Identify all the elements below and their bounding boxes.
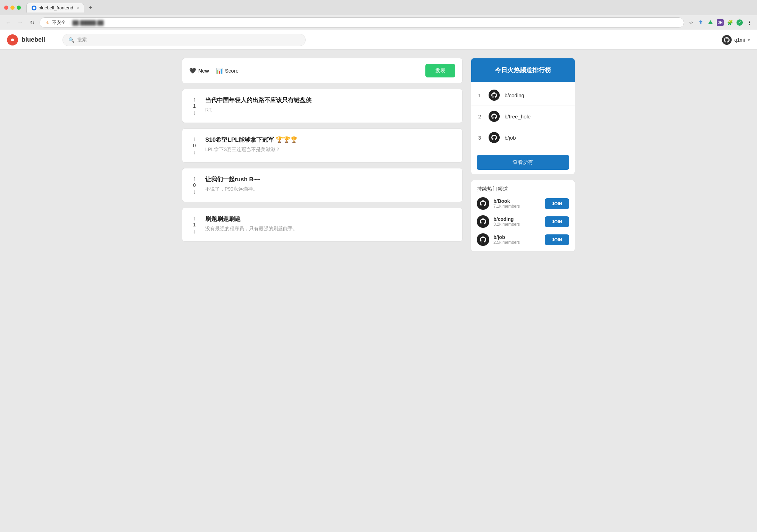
trending-logo-2 xyxy=(477,215,489,228)
post-title-2[interactable]: S10希望LPL能够拿下冠军 🏆🏆🏆 xyxy=(205,136,455,144)
svg-text:✓: ✓ xyxy=(738,20,741,25)
extension-1-icon[interactable] xyxy=(697,19,704,26)
tab-new[interactable]: 🖤 New xyxy=(189,66,209,75)
browser-chrome: bluebell_frontend × + ← → ↻ ⚠ 不安全 | ██ █… xyxy=(0,0,757,30)
trending-item-2: b/coding 3.2k members JOIN xyxy=(477,215,569,228)
vote-up-3[interactable]: ↑ xyxy=(193,175,196,182)
extension-4-icon[interactable]: 🧩 xyxy=(726,19,733,26)
channel-item-3[interactable]: 3 b/job xyxy=(471,127,575,148)
address-bar-row: ← → ↻ ⚠ 不安全 | ██ █████.██ ☆ JH 🧩 ✓ ⋮ xyxy=(0,15,757,30)
trending-name-1: b/Book xyxy=(493,198,541,204)
search-icon: 🔍 xyxy=(68,37,74,43)
post-card-4: ↑ 1 ↓ 刷题刷题刷题 没有最强的程序员，只有最强的刷题能手。 xyxy=(182,208,463,242)
vote-count-1: 1 xyxy=(193,103,196,109)
app-name: bluebell xyxy=(22,36,45,43)
hot-channels: 今日火热频道排行榜 1 b/coding 2 b/tree_hole xyxy=(471,58,575,174)
channel-rank-3: 3 xyxy=(478,135,484,141)
search-bar[interactable]: 🔍 搜索 xyxy=(63,34,306,46)
close-button[interactable] xyxy=(4,6,8,10)
post-desc-2: LPL拿下S赛三连冠岂不是美滋滋？ xyxy=(205,147,455,153)
vote-col-3: ↑ 0 ↓ xyxy=(189,175,200,195)
vote-down-2[interactable]: ↓ xyxy=(193,149,196,155)
extension-2-icon[interactable] xyxy=(707,19,714,26)
trending-logo-3 xyxy=(477,233,489,246)
vote-count-3: 0 xyxy=(193,182,196,188)
tab-new-label: New xyxy=(198,68,209,74)
tab-bar: bluebell_frontend × + xyxy=(26,3,95,13)
tab-score-label: Score xyxy=(225,68,239,74)
vote-count-2: 0 xyxy=(193,143,196,148)
trending-item-3: b/job 2.5k members JOIN xyxy=(477,233,569,246)
address-separator: | xyxy=(68,20,69,25)
reload-button[interactable]: ↻ xyxy=(28,18,36,27)
vote-down-3[interactable]: ↓ xyxy=(193,189,196,195)
vote-up-1[interactable]: ↑ xyxy=(193,96,196,102)
channel-item-2[interactable]: 2 b/tree_hole xyxy=(471,106,575,127)
vote-count-4: 1 xyxy=(193,222,196,227)
hot-channels-header: 今日火热频道排行榜 xyxy=(471,58,575,82)
new-tab-button[interactable]: + xyxy=(85,3,95,13)
tab-score[interactable]: 📊 Score xyxy=(216,66,239,75)
forward-button[interactable]: → xyxy=(16,18,24,27)
vote-up-2[interactable]: ↑ xyxy=(193,136,196,142)
channel-name-1: b/coding xyxy=(505,92,524,98)
channel-logo-3 xyxy=(489,132,500,143)
post-desc-4: 没有最强的程序员，只有最强的刷题能手。 xyxy=(205,226,455,232)
post-button[interactable]: 发表 xyxy=(425,64,455,77)
back-button[interactable]: ← xyxy=(4,18,13,27)
vote-up-4[interactable]: ↑ xyxy=(193,215,196,221)
user-area: q1mi ▾ xyxy=(722,35,750,45)
vote-down-4[interactable]: ↓ xyxy=(193,228,196,234)
extension-5-icon[interactable]: ✓ xyxy=(736,19,743,26)
main-layout: 🖤 New 📊 Score 发表 ↑ 1 ↓ 当代中国年轻人的出路不应该只有键盘… xyxy=(174,58,583,252)
channel-item-1[interactable]: 1 b/coding xyxy=(471,85,575,106)
active-tab[interactable]: bluebell_frontend × xyxy=(26,3,84,13)
address-bar[interactable]: ⚠ 不安全 | ██ █████.██ xyxy=(40,17,684,28)
trending-name-3: b/job xyxy=(493,234,541,240)
app-header: bluebell 🔍 搜索 q1mi ▾ xyxy=(0,30,757,50)
channel-rank-2: 2 xyxy=(478,114,484,119)
post-desc-3: 不说了，P90永远滴神。 xyxy=(205,186,455,192)
trending-info-2: b/coding 3.2k members xyxy=(493,216,541,227)
join-button-1[interactable]: JOIN xyxy=(545,198,569,209)
trending-members-2: 3.2k members xyxy=(493,222,541,227)
svg-point-0 xyxy=(33,7,35,9)
join-button-2[interactable]: JOIN xyxy=(545,216,569,227)
app-logo[interactable]: bluebell xyxy=(7,34,63,45)
user-dropdown-icon[interactable]: ▾ xyxy=(748,37,750,43)
svg-point-5 xyxy=(11,39,14,41)
channel-name-2: b/tree_hole xyxy=(505,114,531,119)
titlebar: bluebell_frontend × + xyxy=(0,0,757,15)
more-options-icon[interactable]: ⋮ xyxy=(746,19,753,26)
post-title-1[interactable]: 当代中国年轻人的出路不应该只有键盘侠 xyxy=(205,96,455,104)
channel-logo-1 xyxy=(489,90,500,101)
channel-list: 1 b/coding 2 b/tree_hole 3 xyxy=(471,82,575,151)
trending-members-3: 2.5k members xyxy=(493,240,541,245)
post-content-1: 当代中国年轻人的出路不应该只有键盘侠 RT. xyxy=(205,96,455,116)
trending-title: 持续热门频道 xyxy=(477,186,569,192)
channel-logo-2 xyxy=(489,111,500,122)
score-icon: 📊 xyxy=(216,67,223,74)
post-card-3: ↑ 0 ↓ 让我们一起rush B~~ 不说了，P90永远滴神。 xyxy=(182,168,463,202)
security-warning: ⚠ xyxy=(45,20,49,25)
traffic-lights xyxy=(4,6,21,10)
post-content-4: 刷题刷题刷题 没有最强的程序员，只有最强的刷题能手。 xyxy=(205,215,455,234)
minimize-button[interactable] xyxy=(10,6,15,10)
post-title-3[interactable]: 让我们一起rush B~~ xyxy=(205,175,455,183)
post-desc-1: RT. xyxy=(205,107,455,113)
tab-close-button[interactable]: × xyxy=(77,6,79,10)
extension-3-icon[interactable]: JH xyxy=(717,19,724,26)
join-button-3[interactable]: JOIN xyxy=(545,234,569,245)
vote-col-1: ↑ 1 ↓ xyxy=(189,96,200,116)
view-all-button[interactable]: 查看所有 xyxy=(477,155,569,170)
username: q1mi xyxy=(734,37,745,43)
post-title-4[interactable]: 刷题刷题刷题 xyxy=(205,215,455,223)
maximize-button[interactable] xyxy=(17,6,21,10)
channel-name-3: b/job xyxy=(505,135,516,141)
bookmark-icon[interactable]: ☆ xyxy=(688,19,694,26)
trending-members-1: 7.1k members xyxy=(493,204,541,209)
trending-item-1: b/Book 7.1k members JOIN xyxy=(477,197,569,210)
right-column: 今日火热频道排行榜 1 b/coding 2 b/tree_hole xyxy=(471,58,575,252)
vote-down-1[interactable]: ↓ xyxy=(193,109,196,116)
tab-title: bluebell_frontend xyxy=(39,5,73,10)
